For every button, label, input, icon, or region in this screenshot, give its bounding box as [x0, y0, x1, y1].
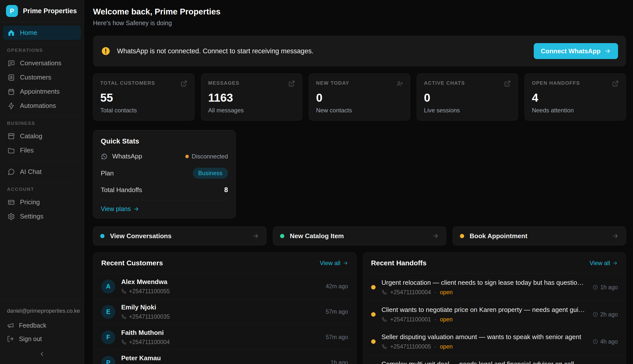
- customer-row[interactable]: F Faith Muthoni +254711100004 57m ago: [93, 325, 356, 350]
- sidebar-item-label: Pricing: [20, 198, 40, 206]
- phone-icon: [121, 314, 126, 320]
- feedback-button[interactable]: Feedback: [3, 319, 81, 332]
- arrow-right-icon: [252, 232, 259, 240]
- handoff-row[interactable]: Urgent relocation — client needs to sign…: [363, 274, 626, 301]
- sidebar-item-label: Files: [20, 146, 34, 154]
- view-plans-link[interactable]: View plans: [101, 205, 139, 212]
- whatsapp-label: WhatsApp: [112, 152, 142, 160]
- account-email: daniel@primeproperties.co.ke: [3, 306, 81, 319]
- clock-icon: [593, 339, 598, 344]
- handoff-phone: +254711100005: [390, 343, 431, 350]
- phone-icon: [382, 290, 387, 295]
- view-all-customers-link[interactable]: View all: [320, 260, 348, 266]
- sidebar-item-files[interactable]: Files: [3, 143, 81, 158]
- divider: [7, 43, 77, 44]
- customer-row[interactable]: P Peter Kamau +254711100001 1h ago: [93, 350, 356, 364]
- view-all-handoffs-link[interactable]: View all: [590, 260, 618, 266]
- stat-card-open-handoffs[interactable]: OPEN HANDOFFS 4 Needs attention: [524, 74, 626, 120]
- stat-value: 4: [532, 91, 619, 104]
- gear-icon: [8, 213, 15, 220]
- handoff-row[interactable]: Seller disputing valuation amount — want…: [363, 328, 626, 355]
- handoff-row[interactable]: Complex multi-unit deal — needs legal an…: [363, 355, 626, 364]
- quick-stats-title: Quick Stats: [101, 137, 228, 145]
- sidebar-item-automations[interactable]: Automations: [3, 99, 81, 113]
- section-label-operations: OPERATIONS: [7, 48, 77, 53]
- recent-customers-title: Recent Customers: [101, 259, 163, 267]
- main-content: Welcome back, Prime Properties Here's ho…: [84, 0, 633, 364]
- home-icon: [8, 29, 15, 36]
- clock-icon: [593, 284, 598, 290]
- customer-phone: +254711100055: [129, 288, 170, 295]
- sidebar-item-ai-chat[interactable]: AI Chat: [3, 165, 81, 179]
- divider: [7, 182, 77, 182]
- sidebar-item-customers[interactable]: Customers: [3, 70, 81, 84]
- customer-time: 57m ago: [326, 334, 348, 340]
- calendar-icon: [8, 88, 15, 96]
- page-subtitle: Here's how Safeney is doing: [93, 20, 626, 27]
- message-square-icon: [8, 60, 15, 67]
- book-appointment-button[interactable]: Book Appointment: [453, 226, 626, 246]
- bottom-panels: Recent Customers View all A Alex Mwendwa…: [93, 252, 626, 364]
- sidebar-item-home[interactable]: Home: [3, 26, 81, 40]
- section-label-account: ACCOUNT: [7, 186, 77, 192]
- sidebar-item-label: Appointments: [20, 88, 60, 96]
- phone-icon: [382, 317, 387, 322]
- sidebar-item-label: Conversations: [20, 59, 61, 67]
- external-link-icon[interactable]: [504, 80, 511, 87]
- connect-whatsapp-button[interactable]: Connect WhatsApp: [534, 43, 618, 59]
- total-handoffs-label: Total Handoffs: [101, 186, 142, 194]
- new-catalog-item-button[interactable]: New Catalog Item: [273, 226, 446, 246]
- handoff-time: 2h ago: [593, 311, 618, 318]
- customer-time: 42m ago: [326, 283, 348, 290]
- footer-item-label: Feedback: [19, 322, 46, 329]
- stat-label: OPEN HANDOFFS: [532, 80, 580, 86]
- stat-label: MESSAGES: [208, 80, 239, 86]
- arrow-right-icon: [133, 206, 139, 212]
- separator: ·: [435, 316, 436, 323]
- green-dot: [280, 234, 284, 238]
- stat-card-new-today[interactable]: NEW TODAY 0 New contacts: [309, 74, 410, 120]
- stat-value: 0: [424, 91, 511, 104]
- stat-sub: New contacts: [316, 107, 403, 114]
- stat-value: 0: [316, 91, 403, 104]
- customer-time: 1h ago: [331, 359, 348, 364]
- arrow-right-icon: [432, 232, 439, 240]
- view-plans-label: View plans: [101, 205, 131, 212]
- stat-card-total-customers[interactable]: TOTAL CUSTOMERS 55 Total contacts: [93, 74, 195, 120]
- customer-row[interactable]: A Alex Mwendwa +254711100055 42m ago: [93, 274, 356, 299]
- sign-out-button[interactable]: Sign out: [3, 332, 81, 346]
- brand-logo-icon: P: [6, 5, 18, 17]
- sidebar-item-pricing[interactable]: Pricing: [3, 195, 81, 209]
- collapse-sidebar-button[interactable]: [37, 349, 47, 359]
- sidebar-item-catalog[interactable]: Catalog: [3, 129, 81, 143]
- external-link-icon[interactable]: [288, 80, 295, 87]
- stat-value: 55: [100, 91, 187, 104]
- handoff-row[interactable]: Client wants to negotiate price on Karen…: [363, 301, 626, 328]
- sidebar-item-settings[interactable]: Settings: [3, 209, 81, 224]
- view-conversations-button[interactable]: View Conversations: [93, 226, 266, 246]
- arrow-right-icon: [343, 260, 348, 266]
- arrow-right-icon: [604, 48, 611, 54]
- contacts-icon: [8, 74, 15, 81]
- section-label-business: BUSINESS: [7, 120, 77, 126]
- sidebar-item-appointments[interactable]: Appointments: [3, 84, 81, 99]
- status-dot: [371, 339, 376, 344]
- stat-card-active-chats[interactable]: ACTIVE CHATS 0 Live sessions: [417, 74, 518, 120]
- plan-label: Plan: [101, 170, 114, 177]
- brand[interactable]: P Prime Properties: [0, 0, 84, 22]
- external-link-icon[interactable]: [181, 80, 187, 87]
- separator: ·: [435, 343, 436, 350]
- stat-card-messages[interactable]: MESSAGES 1163 All messages: [201, 74, 302, 120]
- whatsapp-status: Disconnected: [192, 153, 228, 160]
- sidebar-item-conversations[interactable]: Conversations: [3, 56, 81, 70]
- status-badge: open: [440, 316, 453, 323]
- handoff-title: Urgent relocation — client needs to sign…: [382, 279, 587, 286]
- handoff-phone: +254711100004: [390, 289, 431, 296]
- external-link-icon[interactable]: [612, 80, 619, 87]
- phone-icon: [121, 340, 126, 345]
- customer-row[interactable]: E Emily Njoki +254711100035 57m ago: [93, 299, 356, 325]
- customer-name: Peter Kamau: [121, 354, 170, 362]
- store-icon: [8, 132, 15, 140]
- phone-icon: [121, 289, 126, 294]
- action-label: View Conversations: [110, 232, 172, 240]
